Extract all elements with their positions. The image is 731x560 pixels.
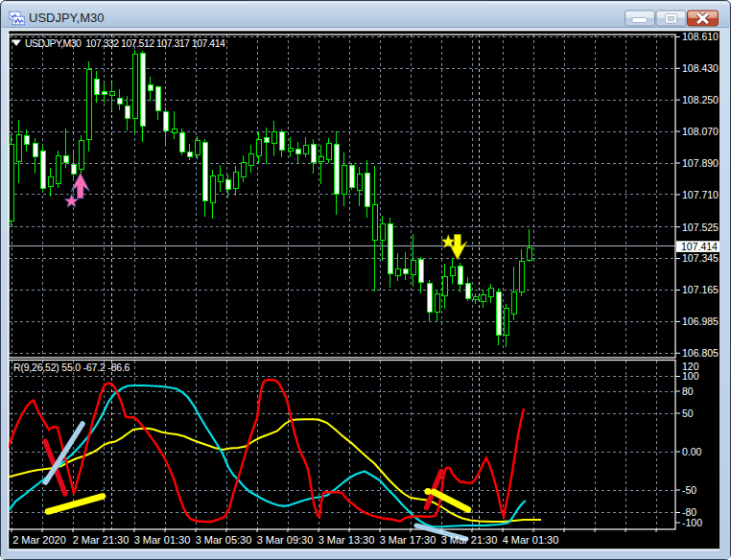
svg-text:107.165: 107.165	[682, 284, 719, 295]
svg-text:108.430: 108.430	[682, 62, 719, 74]
svg-text:107.890: 107.890	[682, 157, 719, 169]
svg-text:-50: -50	[682, 484, 696, 496]
svg-text:107.414: 107.414	[681, 241, 718, 252]
svg-text:2 Mar 2020: 2 Mar 2020	[12, 534, 66, 546]
svg-text:107.525: 107.525	[682, 222, 719, 233]
svg-text:2 Mar 21:30: 2 Mar 21:30	[73, 534, 130, 546]
svg-text:-100: -100	[682, 517, 702, 528]
svg-text:106.805: 106.805	[682, 347, 719, 359]
svg-text:107.710: 107.710	[682, 189, 719, 200]
svg-text:106.985: 106.985	[682, 315, 719, 327]
svg-text:108.610: 108.610	[682, 31, 719, 42]
svg-text:108.070: 108.070	[682, 126, 719, 137]
svg-text:USDJPY,M30: USDJPY,M30	[29, 11, 105, 25]
svg-text:3 Mar 09:30: 3 Mar 09:30	[257, 534, 314, 546]
svg-text:4 Mar 01:30: 4 Mar 01:30	[503, 534, 559, 546]
svg-text:3 Mar 05:30: 3 Mar 05:30	[196, 534, 252, 546]
svg-text:108.250: 108.250	[682, 94, 719, 105]
svg-text:50: 50	[682, 408, 694, 419]
svg-text:3 Mar 17:30: 3 Mar 17:30	[380, 534, 436, 546]
svg-text:80: 80	[682, 385, 694, 397]
svg-text:3 Mar 01:30: 3 Mar 01:30	[134, 534, 191, 546]
svg-text:R(9,26,52) 55.0 -67.2 -86.6: R(9,26,52) 55.0 -67.2 -86.6	[13, 362, 130, 373]
svg-text:USDJPY,M30 107.332 107.512 10: USDJPY,M30 107.332 107.512 107.317 107.4…	[25, 37, 225, 49]
svg-text:3 Mar 13:30: 3 Mar 13:30	[318, 534, 375, 546]
svg-text:0.00: 0.00	[682, 446, 702, 457]
svg-text:3 Mar 21:30: 3 Mar 21:30	[441, 534, 498, 546]
svg-text:100: 100	[682, 370, 699, 382]
svg-text:107.345: 107.345	[682, 252, 719, 264]
